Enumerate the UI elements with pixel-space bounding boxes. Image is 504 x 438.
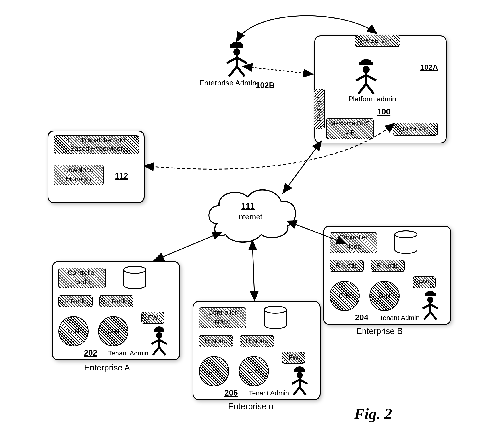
- figure-caption: Fig. 2: [354, 405, 392, 423]
- connectors: [0, 0, 504, 438]
- svg-line-49: [252, 241, 254, 300]
- svg-line-46: [283, 142, 321, 193]
- svg-line-48: [288, 221, 345, 243]
- svg-line-47: [155, 232, 221, 260]
